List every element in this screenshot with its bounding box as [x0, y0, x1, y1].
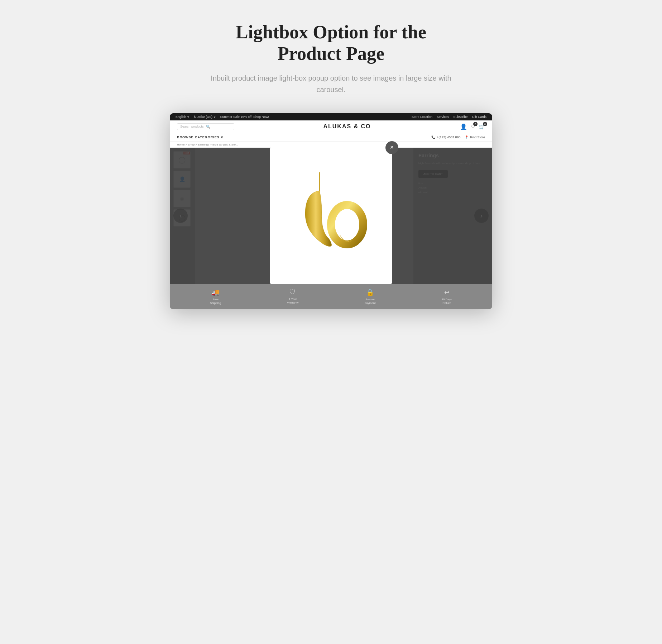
location-icon: 📍 [465, 135, 469, 139]
page-subtitle: Inbuilt product image light-box popup op… [206, 72, 456, 95]
find-store-label: Find Store [470, 135, 485, 139]
breadcrumb-text: Home > Shop > Earnings > Blue Stripes & … [177, 143, 238, 146]
payment-icon: 🔒 [366, 288, 374, 296]
shipping-label: FreeShipping [210, 298, 221, 305]
search-bar[interactable]: Search products 🔍 [177, 123, 234, 130]
feature-warranty: 🛡 1 YearWarranty [287, 288, 298, 305]
phone-number: +{123} 4567 890 [437, 135, 460, 139]
topbar-subscribe[interactable]: Subscribe [453, 115, 467, 119]
topbar-services[interactable]: Services [437, 115, 449, 119]
lightbox-earring-image [270, 148, 392, 284]
topbar-store-location[interactable]: Store Location [412, 115, 432, 119]
wishlist-icon[interactable]: ♡ 0 [471, 124, 475, 129]
browser-mockup: English ∨ $ Dollar (US) ∨ Summer Sale 15… [170, 113, 492, 310]
store-nav: Search products 🔍 ALUKAS & CO 👤 ♡ 0 🛒 0 [170, 120, 492, 133]
shipping-icon: 🚚 [212, 288, 220, 296]
categories-bar: BROWSE CATEGORIES ∨ 📞 +{123} 4567 890 📍 … [170, 133, 492, 141]
topbar-giftcards[interactable]: Gift Cards [472, 115, 486, 119]
store-topbar: English ∨ $ Dollar (US) ∨ Summer Sale 15… [170, 113, 492, 120]
wishlist-badge: 0 [473, 122, 478, 126]
features-bar: 🚚 FreeShipping 🛡 1 YearWarranty 🔒 Secure… [170, 284, 492, 310]
feature-secure-payment: 🔒 Securepayment [365, 288, 376, 305]
svg-point-2 [338, 213, 356, 237]
lightbox-box: × [270, 148, 392, 284]
breadcrumb: Home > Shop > Earnings > Blue Stripes & … [170, 141, 492, 148]
store-brand: ALUKAS & CO [323, 123, 371, 130]
categories-right: 📞 +{123} 4567 890 📍 Find Store [431, 135, 485, 139]
topbar-right: Store Location Services Subscribe Gift C… [412, 115, 486, 119]
topbar-left: English ∨ $ Dollar (US) ∨ Summer Sale 15… [176, 115, 269, 119]
search-icon: 🔍 [206, 125, 210, 129]
phone-info: 📞 +{123} 4567 890 [431, 135, 460, 139]
cart-icon[interactable]: 🛒 0 [479, 124, 485, 129]
warranty-icon: 🛡 [289, 288, 296, 296]
search-text: Search products [180, 125, 204, 128]
nav-icons: 👤 ♡ 0 🛒 0 [460, 123, 485, 130]
browse-categories[interactable]: BROWSE CATEGORIES ∨ [177, 135, 224, 139]
lightbox-close-button[interactable]: × [385, 141, 398, 154]
account-icon[interactable]: 👤 [460, 123, 467, 130]
topbar-promo: Summer Sale 15% off! Shop Now! [220, 115, 269, 119]
topbar-currency[interactable]: $ Dollar (US) ∨ [194, 115, 216, 119]
page-title: Lightbox Option for the Product Page [206, 22, 456, 65]
feature-30-days-return: ↩ 30 DaysReturn [442, 288, 452, 305]
return-icon: ↩ [444, 288, 450, 296]
find-store[interactable]: 📍 Find Store [465, 135, 485, 139]
browser-content: English ∨ $ Dollar (US) ∨ Summer Sale 15… [170, 113, 492, 310]
payment-label: Securepayment [365, 298, 376, 305]
feature-free-shipping: 🚚 FreeShipping [210, 288, 221, 305]
categories-label: BROWSE CATEGORIES ∨ [177, 135, 224, 139]
earring-svg [295, 169, 367, 262]
topbar-language[interactable]: English ∨ [176, 115, 190, 119]
product-area: HOT ◯ 👤 ◎ ◯ [170, 148, 492, 284]
return-label: 30 DaysReturn [442, 298, 452, 305]
warranty-label: 1 YearWarranty [287, 297, 298, 305]
phone-icon: 📞 [431, 135, 435, 139]
cart-badge: 0 [483, 122, 487, 126]
lightbox-overlay: × [170, 148, 492, 284]
